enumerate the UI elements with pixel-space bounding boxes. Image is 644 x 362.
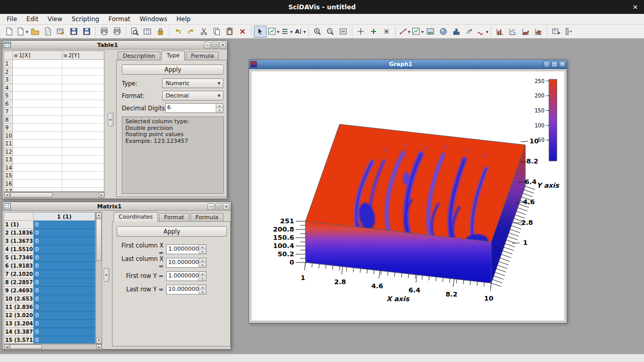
save-project-button[interactable] (68, 26, 81, 38)
pointer-button[interactable] (254, 26, 267, 38)
format-combobox[interactable]: Decimal ▼ (162, 91, 223, 101)
row-header[interactable]: 16 (4, 180, 13, 188)
matrix-cell[interactable]: 0 (34, 245, 95, 254)
matrix-row-header[interactable]: 10 (2.65306) (4, 295, 34, 303)
row-header[interactable]: 4 (4, 84, 13, 92)
field-spinbox[interactable]: 10.0000000▴▾ (166, 258, 206, 268)
matrix1-vscrollbar[interactable]: ▴ ▾ (95, 212, 102, 344)
table-cell[interactable] (62, 60, 104, 68)
table-cell[interactable] (13, 140, 62, 148)
matrix-row-header[interactable]: 4 (1.55102) (4, 245, 34, 254)
zoom-in-button[interactable] (311, 26, 324, 38)
table-cell[interactable] (13, 108, 62, 116)
matrix-row-header[interactable]: 13 (3.20408) (4, 320, 34, 328)
matrix1-titlebar[interactable]: Matrix1 − □ × (3, 202, 231, 211)
plot3d-ribbon-button[interactable] (519, 26, 532, 38)
scroll-left-icon[interactable]: ◂ (4, 344, 9, 349)
matrix1-grid[interactable]: 1 (1)1 (1)02 (1.18367)03 (1.36735)04 (1.… (4, 212, 95, 344)
graph-canvas[interactable]: 050.2100.4150.6200.825112.84.66.48.210X … (251, 71, 565, 321)
matrix1-splitter-toggle[interactable]: ▸ (104, 268, 109, 282)
app-close-icon[interactable]: ✕ (633, 4, 638, 11)
menu-format[interactable]: Format (104, 14, 135, 24)
graph1-minimize-button[interactable]: − (543, 61, 550, 68)
plot-vectors-button[interactable] (463, 26, 476, 38)
matrix-column-header[interactable]: 1 (1) (34, 212, 95, 221)
matrix-cell[interactable]: 0 (34, 287, 95, 295)
table-cell[interactable] (13, 188, 62, 192)
cut-button[interactable] (198, 26, 211, 38)
plot-histogram-button[interactable] (450, 26, 463, 38)
table-cell[interactable] (62, 116, 104, 124)
table1-minimize-button[interactable]: − (204, 42, 211, 48)
menu-scripting[interactable]: Scripting (67, 14, 104, 24)
table-cell[interactable] (62, 172, 104, 180)
table1-titlebar[interactable]: Table1 − □ × (3, 41, 227, 50)
table-cell[interactable] (62, 68, 104, 76)
matrix-row-header[interactable]: 7 (2.10204) (4, 270, 34, 278)
matrix1-tab-formula[interactable]: Formula (190, 213, 223, 222)
scroll-thumb[interactable] (10, 192, 53, 198)
menu-edit[interactable]: Edit (22, 14, 43, 24)
table-cell[interactable] (13, 68, 62, 76)
row-header[interactable]: 6 (4, 100, 13, 108)
spin-down-icon[interactable]: ▾ (199, 263, 206, 267)
table-cell[interactable] (62, 92, 104, 100)
chevron-down-icon[interactable]: ▼ (215, 94, 223, 98)
apply-button[interactable]: Apply (122, 64, 224, 75)
row-header[interactable]: 14 (4, 164, 13, 172)
save-template-button[interactable] (81, 26, 93, 38)
matrix-row-header[interactable]: 9 (2.46939) (4, 287, 34, 295)
dropdown-arrow-icon[interactable]: ▼ (421, 30, 424, 34)
draw-line-button[interactable]: ▼ (398, 26, 411, 38)
table-cell[interactable] (13, 172, 62, 180)
matrix1-close-button[interactable]: × (223, 203, 230, 210)
table-cell[interactable] (62, 132, 104, 140)
row-header[interactable]: 17 (4, 188, 13, 192)
table1-tab-description[interactable]: Description (118, 52, 160, 60)
plot3d-scatter-button[interactable] (506, 26, 519, 38)
row-header[interactable]: 2 (4, 68, 13, 76)
matrix-cell[interactable]: 0 (34, 311, 95, 320)
rescale-plot-button[interactable] (337, 26, 350, 38)
spin-up-icon[interactable]: ▴ (199, 285, 206, 290)
screen-reader-button[interactable] (355, 26, 367, 38)
table-cell[interactable] (13, 132, 62, 140)
matrix-row-header[interactable]: 1 (1) (4, 221, 34, 229)
paste-button[interactable] (223, 26, 236, 38)
spin-down-icon[interactable]: ▾ (216, 108, 223, 112)
matrix1-minimize-button[interactable]: − (207, 203, 214, 210)
matrix-cell[interactable]: 0 (34, 221, 95, 229)
table-cell[interactable] (62, 84, 104, 92)
menu-windows[interactable]: Windows (135, 14, 172, 24)
zoom-out-button[interactable] (324, 26, 337, 38)
spin-down-icon[interactable]: ▾ (199, 250, 206, 254)
add-point-button[interactable] (367, 26, 380, 38)
graph1-titlebar[interactable]: Graph1 − □ × (249, 60, 567, 69)
matrix-row-header[interactable]: 15 (3.57143) (4, 336, 34, 344)
table-cell[interactable] (62, 164, 104, 172)
plot-wizard-button[interactable]: ▼ (411, 26, 424, 38)
dropdown-arrow-icon[interactable]: ▼ (486, 30, 489, 34)
type-combobox[interactable]: Numeric ▼ (162, 78, 223, 88)
table-cell[interactable] (62, 156, 104, 164)
new-table-button[interactable] (550, 26, 562, 38)
table-cell[interactable] (62, 108, 104, 116)
table-cell[interactable] (13, 180, 62, 188)
undo-button[interactable] (172, 26, 185, 38)
spin-up-icon[interactable]: ▴ (199, 258, 206, 263)
redo-button[interactable] (185, 26, 198, 38)
matrix-row-header[interactable]: 12 (3.02041) (4, 311, 34, 320)
print-button[interactable] (98, 26, 111, 38)
matrix-cell[interactable]: 0 (34, 295, 95, 303)
corner-header[interactable] (4, 51, 13, 60)
matrix-row-header[interactable]: 8 (2.28571) (4, 278, 34, 287)
table-cell[interactable] (13, 60, 62, 68)
table-cell[interactable] (62, 148, 104, 156)
table-cell[interactable] (62, 180, 104, 188)
spin-up-icon[interactable]: ▴ (199, 245, 206, 250)
row-header[interactable]: 9 (4, 124, 13, 132)
scroll-down-icon[interactable]: ▾ (96, 338, 102, 343)
table-cell[interactable] (13, 76, 62, 84)
matrix-row-header[interactable]: 14 (3.38776) (4, 328, 34, 336)
plot-3d-button[interactable] (437, 26, 450, 38)
